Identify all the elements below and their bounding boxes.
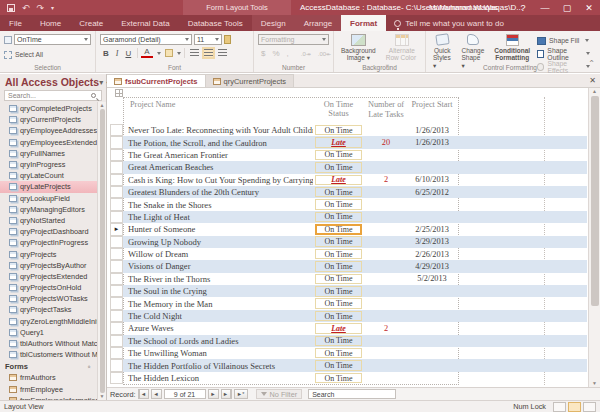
- project-start-cell[interactable]: [408, 149, 456, 161]
- record-selector[interactable]: ►: [110, 359, 123, 371]
- nav-item-query[interactable]: qryLookupField: [0, 193, 97, 204]
- new-record-button[interactable]: ►*: [234, 389, 248, 399]
- status-cell[interactable]: On Time: [313, 236, 364, 248]
- chevron-down-icon[interactable]: [177, 52, 181, 55]
- record-selector[interactable]: ►: [110, 310, 123, 322]
- late-tasks-cell[interactable]: [364, 347, 408, 359]
- increase-decimals-icon[interactable]: .0↠: [298, 50, 314, 57]
- header-on-time-status[interactable]: On Time Status: [313, 98, 364, 124]
- comma-button[interactable]: ,: [284, 49, 292, 58]
- undo-icon[interactable]: ↶: [22, 3, 30, 13]
- status-cell[interactable]: On Time: [313, 347, 364, 359]
- late-tasks-cell[interactable]: [364, 161, 408, 173]
- project-start-cell[interactable]: 1/26/2013: [408, 136, 456, 148]
- record-selector[interactable]: ►: [110, 136, 123, 148]
- header-project-name[interactable]: Project Name: [110, 98, 313, 124]
- user-name[interactable]: Muhammad Waqas: [429, 3, 498, 12]
- record-selector[interactable]: ►: [110, 161, 123, 173]
- tab-format[interactable]: Format: [341, 15, 386, 31]
- tab-home[interactable]: Home: [31, 15, 70, 31]
- late-tasks-cell[interactable]: [364, 359, 408, 371]
- late-tasks-cell[interactable]: [364, 335, 408, 347]
- align-right-icon[interactable]: [218, 49, 227, 57]
- decrease-decimals-icon[interactable]: .00↞: [315, 50, 334, 57]
- first-record-button[interactable]: ◄: [138, 389, 149, 399]
- nav-item-query[interactable]: qryProjectsOnHold: [0, 282, 97, 293]
- nav-menu-icon[interactable]: ▾: [99, 78, 103, 87]
- status-box[interactable]: On Time: [315, 373, 362, 384]
- project-name-cell[interactable]: The Snake in the Shores: [123, 198, 313, 210]
- late-tasks-cell[interactable]: [364, 236, 408, 248]
- record-selector[interactable]: ►: [110, 223, 123, 235]
- previous-record-button[interactable]: ◄: [151, 389, 162, 399]
- project-start-cell[interactable]: [408, 322, 456, 334]
- close-button[interactable]: ✕: [578, 0, 600, 15]
- late-tasks-cell[interactable]: [364, 124, 408, 136]
- tab-arrange[interactable]: Arrange: [295, 15, 341, 31]
- nav-scrollbar[interactable]: ▲ ▼: [97, 102, 106, 400]
- status-box[interactable]: On Time: [315, 311, 362, 322]
- record-selector[interactable]: ►: [110, 285, 123, 297]
- maximize-button[interactable]: ▢: [556, 0, 578, 15]
- record-selector[interactable]: ►: [110, 347, 123, 359]
- tell-me-box[interactable]: Tell me what you want to do: [386, 15, 512, 31]
- save-icon[interactable]: [7, 4, 15, 12]
- late-tasks-cell[interactable]: [364, 186, 408, 198]
- project-name-cell[interactable]: The River in the Thorns: [123, 273, 313, 285]
- status-cell[interactable]: On Time: [313, 124, 364, 136]
- minimize-button[interactable]: —: [534, 0, 556, 15]
- project-start-cell[interactable]: [408, 372, 456, 384]
- object-selector-combo[interactable]: OnTime: [14, 34, 91, 45]
- project-name-cell[interactable]: Cash is King: How to Cut Your Spending b…: [123, 174, 313, 186]
- font-color-button[interactable]: A: [141, 48, 152, 58]
- record-selector[interactable]: ►: [110, 174, 123, 186]
- status-box[interactable]: Late: [315, 175, 362, 186]
- layout-move-handle[interactable]: [115, 89, 123, 97]
- nav-item-query[interactable]: qryManagingEditors: [0, 204, 97, 215]
- scroll-down-icon[interactable]: ▼: [592, 381, 597, 386]
- record-selector[interactable]: ►: [110, 248, 123, 260]
- status-box[interactable]: On Time: [315, 274, 362, 285]
- status-cell[interactable]: Late: [313, 136, 364, 148]
- record-selector[interactable]: ►: [110, 211, 123, 223]
- record-selector[interactable]: ►: [110, 335, 123, 347]
- late-tasks-cell[interactable]: [364, 372, 408, 384]
- project-start-cell[interactable]: [408, 347, 456, 359]
- nav-item-query[interactable]: tblCustomers Without Match...: [0, 349, 97, 360]
- status-box[interactable]: On Time: [315, 199, 362, 210]
- main-scrollbar[interactable]: ▲ ▼: [588, 88, 600, 387]
- main-scrollbar-thumb[interactable]: [591, 96, 599, 306]
- project-name-cell[interactable]: The Cold Night: [123, 310, 313, 322]
- late-tasks-cell[interactable]: [364, 285, 408, 297]
- nav-item-query[interactable]: qryEmployeeAddresses: [0, 125, 97, 136]
- nav-item-query[interactable]: qryProjectTasks: [0, 304, 97, 315]
- project-start-cell[interactable]: [408, 211, 456, 223]
- status-box[interactable]: On Time: [315, 298, 362, 309]
- header-project-start[interactable]: Project Start: [408, 98, 456, 124]
- currency-button[interactable]: $: [258, 49, 268, 58]
- status-box[interactable]: On Time: [315, 261, 362, 272]
- late-tasks-cell[interactable]: 2: [364, 322, 408, 334]
- status-box[interactable]: On Time: [315, 249, 362, 260]
- conditional-formatting-button[interactable]: Conditional Formatting: [491, 34, 533, 62]
- help-button[interactable]: ?: [512, 0, 534, 15]
- status-cell[interactable]: On Time: [313, 161, 364, 173]
- project-start-cell[interactable]: [408, 335, 456, 347]
- nav-search-input[interactable]: Search...: [4, 90, 102, 101]
- status-box[interactable]: On Time: [315, 360, 362, 371]
- scroll-up-icon[interactable]: ▲: [100, 103, 105, 108]
- nav-item-query[interactable]: qryLateProjects: [0, 181, 97, 192]
- nav-item-query[interactable]: Query1: [0, 327, 97, 338]
- nav-item-query[interactable]: qryProjectsWOTasks: [0, 293, 97, 304]
- status-box[interactable]: On Time: [315, 162, 362, 173]
- record-selector[interactable]: ►: [110, 260, 123, 272]
- nav-item-query[interactable]: qryCurrentProjects: [0, 114, 97, 125]
- status-box[interactable]: On Time: [315, 336, 362, 347]
- record-selector[interactable]: ►: [110, 149, 123, 161]
- project-name-cell[interactable]: The Hidden Lexicon: [123, 372, 313, 384]
- project-start-cell[interactable]: 3/29/2013: [408, 236, 456, 248]
- collapse-ribbon-icon[interactable]: ⌃: [588, 59, 595, 68]
- late-tasks-cell[interactable]: 20: [364, 136, 408, 148]
- project-name-cell[interactable]: Visions of Danger: [123, 260, 313, 272]
- project-name-cell[interactable]: The Light of Heat: [123, 211, 313, 223]
